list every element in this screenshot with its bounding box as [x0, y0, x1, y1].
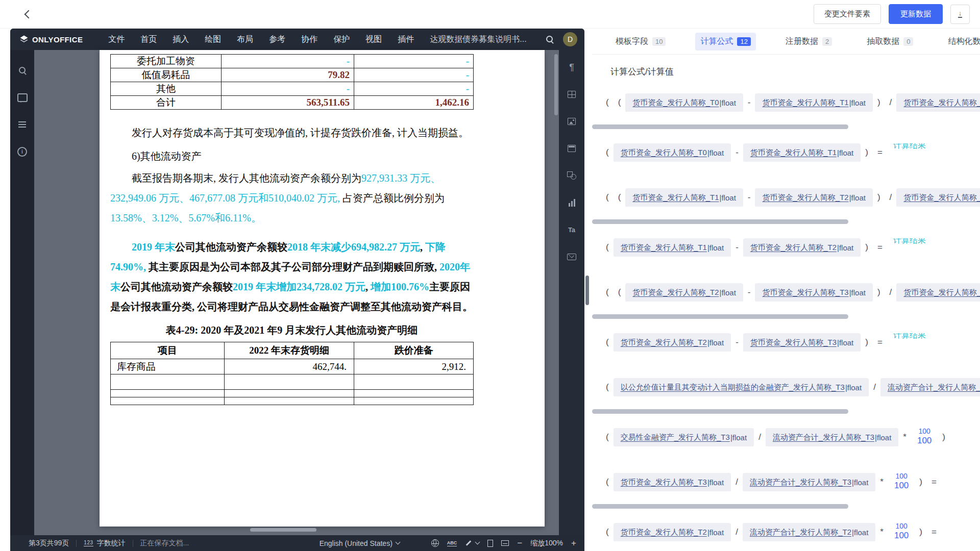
formula-operator: ) — [919, 527, 922, 537]
track-changes-button[interactable] — [465, 540, 479, 547]
fit-width-icon[interactable] — [501, 540, 509, 546]
panel-tab-2[interactable]: 注册数据2 — [780, 33, 837, 51]
textart-icon: Ta — [568, 226, 575, 234]
fraction-numerator: 100 — [895, 473, 907, 481]
formula-field-chip[interactable]: 货币资金_发行人简称_T3|float — [896, 283, 980, 302]
formula-result[interactable]: 计算结果 — [893, 238, 926, 246]
image-settings-button[interactable] — [567, 116, 577, 127]
update-data-button[interactable]: 更新数据 — [889, 4, 943, 24]
formula-field-chip[interactable]: 货币资金_发行人简称_T2|float — [614, 523, 731, 541]
formula-field-chip[interactable]: 货币资金_发行人简称_T2|float — [755, 188, 872, 207]
sidebar-search-button[interactable] — [17, 65, 28, 76]
field-type: |float — [707, 478, 724, 487]
document-page[interactable]: 委托加工物资--低值易耗品79.82-其他--合计563,511.651,462… — [100, 50, 545, 527]
sidebar-comments-button[interactable] — [17, 92, 28, 103]
fraction-numerator: 100 — [918, 428, 930, 436]
chart-settings-button[interactable] — [567, 197, 577, 208]
formula-field-chip[interactable]: 货币资金_发行人简称_T3|float — [755, 283, 872, 302]
formula-field-chip[interactable]: 货币资金_发行人简称_T0|float — [614, 143, 731, 162]
panel-resize-handle[interactable] — [585, 276, 589, 305]
tab-count-badge: 12 — [737, 37, 750, 46]
table-cell — [111, 374, 225, 390]
document-title-tab[interactable]: 达观数据债券募集说明书... — [430, 34, 526, 45]
fraction: 100100 — [894, 523, 909, 541]
menu-item[interactable]: 保护 — [333, 34, 350, 45]
formula-field-chip[interactable]: 货币资金_发行人简称_T3|float — [614, 473, 731, 491]
fraction-numerator: 100 — [895, 523, 907, 531]
menu-item[interactable]: 协作 — [301, 34, 317, 45]
formula-field-chip[interactable]: 货币资金_发行人简称_T2|float — [614, 333, 731, 352]
menu-item[interactable]: 插件 — [398, 34, 414, 45]
formula-field-chip[interactable]: 货币资金_发行人简称_T2|float — [625, 283, 743, 302]
formula-field-chip[interactable]: 流动资产合计_发行人简称_T3|float — [743, 473, 875, 491]
download-icon: ↓ — [958, 10, 963, 18]
chevron-down-icon — [395, 540, 400, 545]
formula-operator: * — [880, 477, 884, 487]
text-segment: 公司其他流动资产余额较 — [175, 241, 287, 253]
zoom-in-button[interactable]: + — [571, 539, 576, 547]
formula-operator: = — [877, 337, 883, 347]
formula-operator: ) — [877, 192, 880, 203]
page-indicator[interactable]: 第3页共99页 — [29, 539, 69, 548]
formula-field-chip[interactable]: 货币资金_发行人简称_T1|float — [896, 93, 980, 112]
change-file-elements-button[interactable]: 变更文件要素 — [814, 4, 881, 24]
sidebar-about-button[interactable]: i — [17, 146, 28, 157]
formula-field-chip[interactable]: 以公允价值计量且其变动计入当期损益的金融资产_发行人简称_T3|float — [614, 378, 869, 396]
paragraph-settings-button[interactable]: ¶ — [567, 62, 577, 72]
word-count-button[interactable]: 123 字数统计 — [84, 539, 125, 548]
document-language-icon[interactable] — [431, 539, 439, 547]
user-avatar[interactable]: D — [563, 32, 577, 46]
back-button[interactable] — [22, 8, 35, 20]
formula-field-chip[interactable]: 流动资产合计_发行人简称_T2|float — [743, 523, 875, 541]
header-footer-settings-button[interactable] — [567, 143, 577, 154]
field-name: 货币资金_发行人简称_T1 — [762, 98, 848, 108]
formula-operator: - — [748, 192, 751, 203]
zoom-level[interactable]: 缩放100% — [530, 539, 563, 548]
vertical-scrollbar[interactable] — [554, 54, 558, 115]
formula-field-chip[interactable]: 交易性金融资产_发行人简称_T3|float — [614, 428, 754, 446]
menu-item[interactable]: 参考 — [269, 34, 285, 45]
formula-field-chip[interactable]: 流动资产合计_发行人简称_T3|float — [766, 428, 898, 446]
formula-result[interactable]: 计算结果 — [893, 333, 926, 341]
zoom-out-button[interactable]: − — [517, 539, 522, 547]
formula-operator: ( — [606, 382, 609, 392]
field-type: |float — [720, 98, 736, 107]
formula-field-chip[interactable]: 货币资金_发行人简称_T1|float — [755, 93, 872, 112]
text-segment: 2019 年末 — [132, 241, 175, 253]
field-type: |float — [852, 528, 868, 537]
panel-tab-0[interactable]: 模板字段10 — [610, 33, 671, 51]
menu-item[interactable]: 布局 — [237, 34, 253, 45]
menu-item[interactable]: 首页 — [140, 34, 157, 45]
formula-result[interactable]: 计算结果 — [893, 143, 926, 151]
download-button[interactable]: ↓ — [950, 5, 970, 24]
formula-field-chip[interactable]: 货币资金_发行人简称_T3|float — [743, 333, 861, 352]
menu-item[interactable]: 文件 — [108, 34, 125, 45]
formula-field-chip[interactable]: 流动资产合计_发行人简称_T3|float — [880, 378, 980, 396]
table-cell: 委托加工物资 — [111, 55, 222, 68]
text-segment: 13.58%、3.12%、5.67%和6.11%。 — [110, 212, 261, 223]
search-icon[interactable] — [546, 35, 554, 43]
menu-item[interactable]: 视图 — [365, 34, 382, 45]
menu-item[interactable]: 插入 — [173, 34, 189, 45]
formula-field-chip[interactable]: 货币资金_发行人简称_T1|float — [743, 143, 861, 162]
language-selector[interactable]: English (United States) — [320, 539, 400, 547]
panel-tab-3[interactable]: 抽取数据0 — [862, 33, 918, 51]
panel-tab-1[interactable]: 计算公式12 — [695, 33, 755, 51]
formula-field-chip[interactable]: 货币资金_发行人简称_T1|float — [614, 238, 731, 257]
comments-icon — [17, 93, 28, 102]
sidebar-navigation-button[interactable] — [17, 119, 28, 130]
spellcheck-icon[interactable]: ABC — [447, 540, 457, 546]
textart-settings-button[interactable]: Ta — [567, 224, 577, 235]
horizontal-scrollbar[interactable] — [250, 528, 316, 532]
fit-page-icon[interactable] — [487, 540, 493, 547]
formula-field-chip[interactable]: 货币资金_发行人简称_T2|float — [896, 188, 980, 207]
formula-field-chip[interactable]: 货币资金_发行人简称_T1|float — [625, 188, 743, 207]
tab-label: 抽取数据 — [867, 36, 899, 47]
shape-settings-button[interactable] — [567, 170, 577, 181]
panel-tab-4[interactable]: 结构化数据0 — [943, 33, 980, 51]
menu-item[interactable]: 绘图 — [205, 34, 221, 45]
mail-merge-button[interactable] — [567, 252, 577, 262]
formula-field-chip[interactable]: 货币资金_发行人简称_T0|float — [625, 93, 743, 112]
table-settings-button[interactable] — [567, 89, 577, 99]
formula-field-chip[interactable]: 货币资金_发行人简称_T2|float — [743, 238, 861, 257]
